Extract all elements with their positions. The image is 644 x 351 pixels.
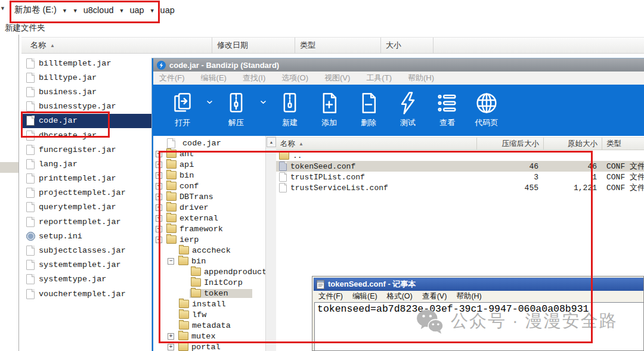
tree-node[interactable]: token xyxy=(153,288,265,299)
menu-item[interactable]: 帮助(H) xyxy=(456,291,481,302)
chevron-down-icon[interactable]: ▼ xyxy=(0,5,5,11)
expand-plus-icon[interactable]: + xyxy=(156,204,162,211)
menu-item[interactable]: 编辑(E) xyxy=(352,291,377,302)
menu-item[interactable]: 查找(I) xyxy=(243,73,265,83)
chevron-down-icon[interactable]: ▼ xyxy=(62,7,67,14)
menu-item[interactable]: 文件(F) xyxy=(159,73,185,83)
archive-row[interactable]: trustIPList.conf31CONF 文件 xyxy=(276,172,644,182)
file-row[interactable]: reporttemplet.jar xyxy=(21,215,152,229)
breadcrumb-item[interactable]: u8cloud xyxy=(83,5,114,15)
menu-item[interactable]: 编辑(E) xyxy=(201,73,227,83)
chevron-down-icon[interactable]: ▼ xyxy=(73,7,78,14)
file-row[interactable]: querytemplet.jar xyxy=(21,200,152,215)
tree-node[interactable]: InitCorp xyxy=(153,277,265,288)
chevron-down-icon[interactable]: ▼ xyxy=(150,7,155,14)
tree-node[interactable]: +bin xyxy=(153,170,265,181)
tree-node[interactable]: +driver xyxy=(153,202,265,213)
file-row[interactable]: systemtemplet.jar xyxy=(21,258,152,272)
file-row[interactable]: systemtype.jar xyxy=(21,272,152,287)
tree-node[interactable]: +api xyxy=(153,159,265,170)
toolbar-button-add-file[interactable]: 添加 xyxy=(309,91,349,128)
file-row[interactable]: vouchertemplet.jar xyxy=(21,287,152,301)
expand-plus-icon[interactable]: + xyxy=(156,194,162,200)
menu-item[interactable]: 格式(O) xyxy=(387,291,413,302)
nav-pane-item[interactable] xyxy=(0,162,18,173)
chevron-down-icon[interactable] xyxy=(256,91,270,104)
file-row[interactable]: lang.jar xyxy=(21,157,152,171)
archive-row[interactable]: .. xyxy=(276,150,644,161)
file-row[interactable]: businesstype.jar xyxy=(21,100,152,114)
tree-node-content: DBTrans xyxy=(165,192,215,201)
expand-plus-icon[interactable]: + xyxy=(156,183,162,190)
tree-node[interactable]: appendproduct xyxy=(153,266,265,277)
tree-node[interactable]: metadata xyxy=(153,320,265,331)
file-row[interactable]: projecttemplet.jar xyxy=(21,186,152,200)
new-folder-button[interactable]: 新建文件夹 xyxy=(5,23,45,33)
expand-plus-icon[interactable]: + xyxy=(156,226,162,232)
column-header-1[interactable]: 修改日期 xyxy=(212,38,295,53)
archive-row[interactable]: tokenSeed.conf4646CONF 文件 xyxy=(276,161,644,172)
tree-node[interactable]: −bin xyxy=(153,256,265,266)
tree-node[interactable]: install xyxy=(153,299,265,309)
toolbar-button-codepage[interactable]: 代码页 xyxy=(467,91,506,128)
tree-node[interactable]: +ierp xyxy=(153,234,265,245)
file-row[interactable]: business.jar xyxy=(21,85,152,99)
toolbar-button-view-list[interactable]: 查看 xyxy=(428,91,467,128)
menu-item[interactable]: 文件(F) xyxy=(318,291,343,302)
toolbar-button-test-archive[interactable]: 测试 xyxy=(388,91,428,128)
scroll-up-icon[interactable]: ▲ xyxy=(267,137,276,147)
column-header-0[interactable]: 名称▲ xyxy=(21,38,212,53)
file-row[interactable]: subjectclasses.jar xyxy=(21,243,152,257)
archive-row[interactable]: trustServiceList.conf4551,221CONF 文件 xyxy=(276,182,644,193)
tree-node[interactable]: +ant xyxy=(153,148,265,159)
file-row[interactable]: billtype.jar xyxy=(21,70,152,85)
archive-column-header-1[interactable]: 压缩后大小 xyxy=(477,138,544,150)
column-header-3[interactable]: 大小 xyxy=(381,38,434,53)
toolbar-button-open-archive[interactable]: 打开 xyxy=(163,91,202,128)
menu-item[interactable]: 查看(V) xyxy=(422,291,447,302)
toolbar-button-new-archive[interactable]: 新建 xyxy=(270,91,309,128)
file-row[interactable]: billtemplet.jar xyxy=(21,56,152,70)
breadcrumb-item[interactable]: uap xyxy=(129,5,144,15)
archive-file-list: ..tokenSeed.conf4646CONF 文件trustIPList.c… xyxy=(276,150,644,193)
tree-node[interactable]: acccheck xyxy=(153,245,265,256)
chevron-down-icon[interactable]: ▼ xyxy=(119,7,125,14)
tree-node[interactable]: +external xyxy=(153,213,265,223)
archive-column-header-3[interactable]: 类型 xyxy=(602,138,644,150)
tree-node[interactable]: +portal xyxy=(153,341,265,351)
menu-item[interactable]: 视图(V) xyxy=(324,73,350,83)
menu-item[interactable]: 选项(O) xyxy=(281,73,308,83)
toolbar-button-extract[interactable]: 解压 xyxy=(216,91,256,128)
tree-node[interactable]: +conf xyxy=(153,181,265,191)
archive-column-header-2[interactable]: 原始大小 xyxy=(544,138,602,150)
menu-item[interactable]: 工具(T) xyxy=(366,73,392,83)
chevron-down-icon[interactable] xyxy=(202,91,216,104)
file-row[interactable]: funcregister.jar xyxy=(21,142,152,157)
toolbar-button-delete-file[interactable]: 删除 xyxy=(349,91,388,128)
notepad-titlebar[interactable]: tokenSeed.conf - 记事本 xyxy=(314,278,643,291)
column-header-2[interactable]: 类型 xyxy=(295,38,381,53)
breadcrumb-item[interactable]: uap xyxy=(160,5,175,15)
expand-plus-icon[interactable]: + xyxy=(156,172,162,179)
tree-node[interactable]: +mutex xyxy=(153,331,265,341)
expand-plus-icon[interactable]: + xyxy=(156,151,162,157)
tree-node[interactable]: +DBTrans xyxy=(153,191,265,202)
file-row[interactable]: code.jar xyxy=(21,114,152,128)
expand-plus-icon[interactable]: + xyxy=(168,333,174,340)
expand-plus-icon[interactable]: + xyxy=(168,344,174,350)
archive-column-header-0[interactable]: 名称▲ xyxy=(276,138,477,150)
file-row[interactable]: dbcreate.jar xyxy=(21,128,152,142)
tree-node[interactable]: lfw xyxy=(153,309,265,320)
tree-node[interactable]: code.jar xyxy=(153,138,265,148)
file-row[interactable]: printtemplet.jar xyxy=(21,172,152,186)
tree-scrollbar[interactable]: ▲ xyxy=(265,136,276,351)
menu-item[interactable]: 帮助(H) xyxy=(408,73,434,83)
bandizip-titlebar[interactable]: code.jar - Bandizip (Standard) xyxy=(153,58,644,72)
breadcrumb-item[interactable]: 新加卷 (E:) xyxy=(14,4,57,15)
collapse-minus-icon[interactable]: − xyxy=(168,258,174,265)
tree-node[interactable]: +framework xyxy=(153,223,265,234)
expand-plus-icon[interactable]: + xyxy=(156,237,162,243)
expand-plus-icon[interactable]: + xyxy=(156,215,162,222)
file-row[interactable]: setup.ini xyxy=(21,229,152,243)
expand-plus-icon[interactable]: + xyxy=(156,161,162,168)
